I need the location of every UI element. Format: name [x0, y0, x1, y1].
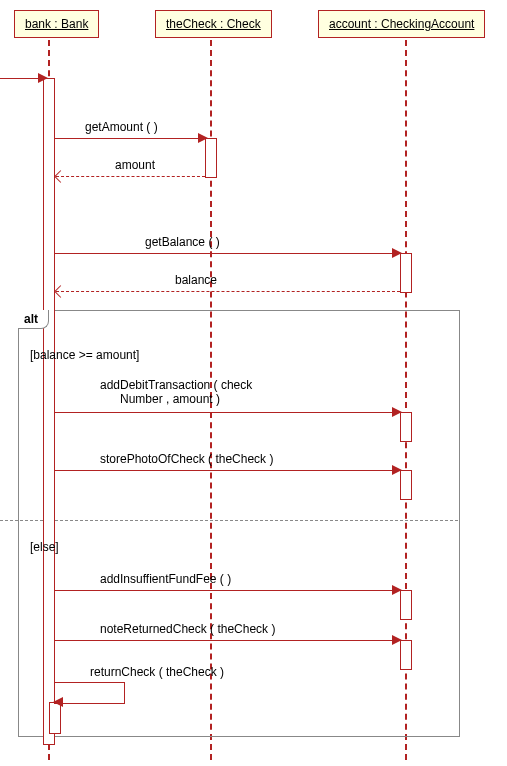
- arrowhead-balance: [54, 285, 67, 298]
- arrowhead-addfee: [392, 585, 402, 595]
- self-loop-returncheck: [54, 682, 125, 704]
- alt-operator: alt: [18, 310, 49, 329]
- arrow-balance: [56, 291, 400, 292]
- label-getamount: getAmount ( ): [85, 120, 158, 134]
- participant-bank-label: bank : Bank: [25, 17, 88, 31]
- arrow-storephoto: [54, 470, 398, 471]
- label-storephoto: storePhotoOfCheck ( theCheck ): [100, 452, 273, 466]
- arrowhead-amount: [54, 170, 67, 183]
- arrowhead-notereturned: [392, 635, 402, 645]
- participant-account: account : CheckingAccount: [318, 10, 485, 38]
- label-balance: balance: [175, 273, 217, 287]
- arrowhead-getbalance: [392, 248, 402, 258]
- arrowhead-adddebit: [392, 407, 402, 417]
- activation-account-getbalance: [400, 253, 412, 293]
- label-returncheck: returnCheck ( theCheck ): [90, 665, 224, 679]
- activation-check-getamount: [205, 138, 217, 178]
- arrow-addfee: [54, 590, 398, 591]
- arrowhead-getamount: [198, 133, 208, 143]
- participant-check: theCheck : Check: [155, 10, 272, 38]
- label-amount: amount: [115, 158, 155, 172]
- label-adddebit2: Number , amount ): [120, 392, 220, 406]
- arrow-adddebit: [54, 412, 398, 413]
- arrow-getbalance: [54, 253, 398, 254]
- participant-check-label: theCheck : Check: [166, 17, 261, 31]
- arrow-notereturned: [54, 640, 398, 641]
- label-adddebit1: addDebitTransaction ( check: [100, 378, 252, 392]
- alt-frame: [18, 310, 460, 737]
- found-message-head: [38, 73, 48, 83]
- guard-if: [balance >= amount]: [30, 348, 139, 362]
- participant-bank: bank : Bank: [14, 10, 99, 38]
- arrowhead-storephoto: [392, 465, 402, 475]
- arrowhead-returncheck: [53, 697, 63, 707]
- label-notereturned: noteReturnedCheck ( theCheck ): [100, 622, 275, 636]
- label-getbalance: getBalance ( ): [145, 235, 220, 249]
- found-message-line: [0, 78, 42, 79]
- arrow-getamount: [54, 138, 204, 139]
- label-addfee: addInsuffientFundFee ( ): [100, 572, 231, 586]
- alt-separator: [0, 520, 458, 521]
- guard-else: [else]: [30, 540, 59, 554]
- arrow-amount: [56, 176, 205, 177]
- participant-account-label: account : CheckingAccount: [329, 17, 474, 31]
